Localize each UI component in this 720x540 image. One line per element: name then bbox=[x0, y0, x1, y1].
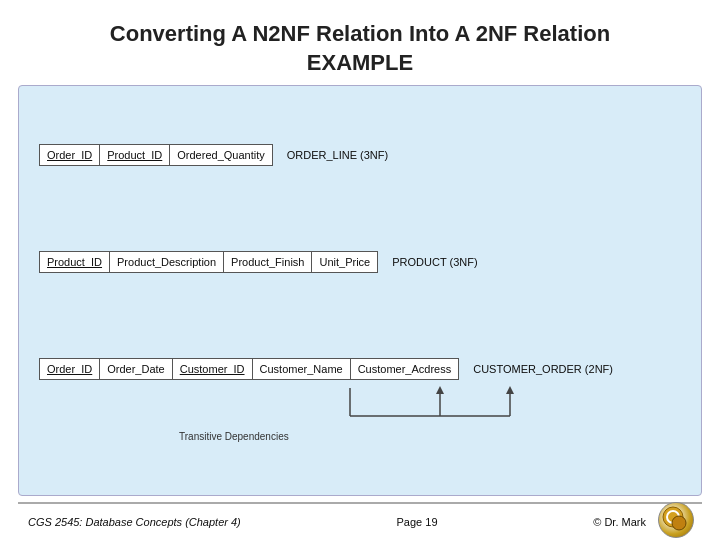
cell-customer-address: Customer_Acdress bbox=[351, 359, 459, 379]
slide: Converting A N2NF Relation Into A 2NF Re… bbox=[0, 0, 720, 540]
customer-order-table: Order_ID Order_Date Customer_ID Customer… bbox=[39, 358, 459, 380]
order-line-table: Order_ID Product_ID Ordered_Quantity bbox=[39, 144, 273, 166]
cell-unit-price: Unit_Price bbox=[312, 252, 377, 272]
customer-order-row: Order_ID Order_Date Customer_ID Customer… bbox=[39, 358, 681, 380]
footer-page: Page 19 bbox=[397, 516, 438, 528]
cell-product-id-1: Product_ID bbox=[100, 145, 170, 165]
transitive-dependencies-label: Transitive Dependencies bbox=[179, 431, 289, 442]
cell-order-date: Order_Date bbox=[100, 359, 172, 379]
cell-product-finish: Product_Finish bbox=[224, 252, 312, 272]
footer-author: © Dr. Mark bbox=[593, 516, 646, 528]
cell-product-id-2: Product_ID bbox=[40, 252, 110, 272]
product-label: PRODUCT (3NF) bbox=[392, 256, 477, 268]
diagram-container: Order_ID Product_ID Ordered_Quantity ORD… bbox=[18, 85, 702, 496]
slide-title: Converting A N2NF Relation Into A 2NF Re… bbox=[18, 20, 702, 77]
customer-order-label: CUSTOMER_ORDER (2NF) bbox=[473, 363, 613, 375]
svg-point-10 bbox=[672, 516, 686, 530]
svg-marker-4 bbox=[436, 386, 444, 394]
cell-order-id-1: Order_ID bbox=[40, 145, 100, 165]
cell-ordered-quantity: Ordered_Quantity bbox=[170, 145, 271, 165]
order-line-label: ORDER_LINE (3NF) bbox=[287, 149, 388, 161]
cell-product-description: Product_Description bbox=[110, 252, 224, 272]
footer-course: CGS 2545: Database Concepts (Chapter 4) bbox=[28, 516, 241, 528]
footer-logo bbox=[658, 502, 694, 538]
cell-customer-id: Customer_ID bbox=[173, 359, 253, 379]
footer: CGS 2545: Database Concepts (Chapter 4) … bbox=[18, 502, 702, 540]
product-table: Product_ID Product_Description Product_F… bbox=[39, 251, 378, 273]
logo-circle bbox=[658, 502, 694, 538]
arrow-area: Transitive Dependencies bbox=[39, 386, 681, 446]
svg-marker-7 bbox=[506, 386, 514, 394]
title-area: Converting A N2NF Relation Into A 2NF Re… bbox=[18, 10, 702, 85]
cell-customer-name: Customer_Name bbox=[253, 359, 351, 379]
order-line-row: Order_ID Product_ID Ordered_Quantity ORD… bbox=[39, 144, 681, 166]
product-row: Product_ID Product_Description Product_F… bbox=[39, 251, 681, 273]
arrows-svg bbox=[39, 386, 681, 446]
cell-order-id-2: Order_ID bbox=[40, 359, 100, 379]
